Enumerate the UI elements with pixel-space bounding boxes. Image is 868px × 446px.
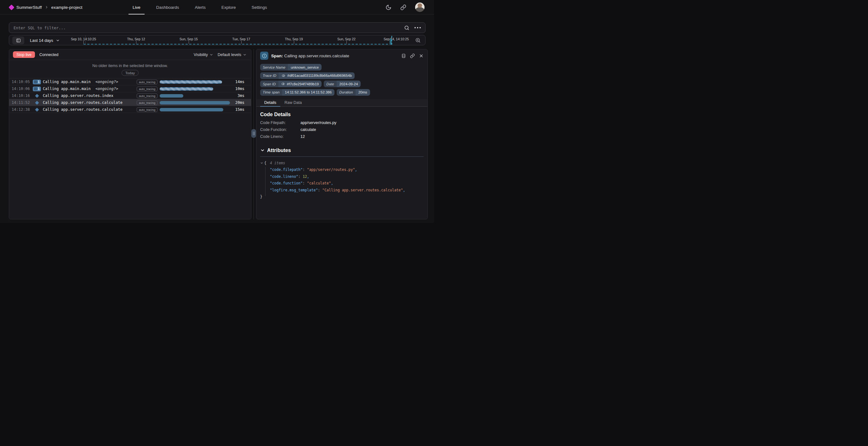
duration-bar xyxy=(160,87,213,91)
split-view-icon[interactable] xyxy=(401,54,406,58)
detail-tabs: Details Raw Data xyxy=(256,99,427,107)
service-name-badge: Service Name unknown_service xyxy=(260,64,321,70)
duration-bar xyxy=(160,94,183,98)
stop-live-button[interactable]: Stop live xyxy=(13,51,35,58)
span-row[interactable]: 14:12:38 Calling app.server.routes.calcu… xyxy=(9,106,251,113)
timeline-now-cursor xyxy=(392,36,392,45)
chevron-down-icon xyxy=(243,53,247,57)
timeline-date: Sep 10, 14:10:25 xyxy=(71,37,96,41)
tab-raw-data[interactable]: Raw Data xyxy=(280,99,306,106)
span-message: Calling app.server.routes.calculate xyxy=(43,100,123,105)
tag-auto-tracing[interactable]: auto_tracing xyxy=(137,100,157,105)
default-levels-dropdown[interactable]: Default levels xyxy=(218,53,247,57)
span-message: Calling app.server.routes.calculate xyxy=(43,107,123,112)
span-row-selected[interactable]: 14:11:52 Calling app.server.routes.calcu… xyxy=(9,99,251,106)
json-close-line: } xyxy=(260,194,424,200)
tag-auto-tracing[interactable]: auto_tracing xyxy=(137,87,157,91)
tab-dashboards[interactable]: Dashboards xyxy=(148,0,187,14)
sql-filter-input[interactable] xyxy=(9,23,404,33)
tab-details[interactable]: Details xyxy=(260,99,280,106)
attributes-json-viewer: { 4 items "code.filepath": "app/server/r… xyxy=(260,160,424,200)
live-feed-panel: Stop live Connected Visibility Default l… xyxy=(9,49,251,219)
zoom-in-icon[interactable] xyxy=(415,37,421,43)
child-count-badge[interactable]: 1 xyxy=(33,79,41,84)
tag-auto-tracing[interactable]: auto_tracing xyxy=(137,94,157,98)
connection-status: Connected xyxy=(39,53,58,57)
tab-alerts[interactable]: Alerts xyxy=(187,0,214,14)
span-detail-panel: Span: Calling app.server.routes.calculat… xyxy=(256,49,428,219)
span-row[interactable]: 14:10:16 Calling app.server.routes.index… xyxy=(9,92,251,99)
timeline-tick xyxy=(136,41,136,44)
breadcrumb: SummerStuff example-project xyxy=(9,0,83,14)
span-timestamp: 14:12:38 xyxy=(12,107,30,112)
span-message: Calling app.main.main xyxy=(43,79,91,84)
code-lineno-row: Code Lineno: 12 xyxy=(260,134,424,138)
json-entry: "logfire.msg_template": "Calling app.ser… xyxy=(260,187,424,194)
span-row[interactable]: 14:10:06 1 Calling app.main.main <ongoin… xyxy=(9,85,251,92)
timeline-histogram[interactable] xyxy=(84,44,392,45)
close-icon[interactable] xyxy=(419,54,424,58)
ellipsis-icon[interactable] xyxy=(414,27,421,28)
span-timestamp: 14:10:16 xyxy=(12,94,30,98)
span-id-badge[interactable]: Span ID #f7c8e294f7489b19 xyxy=(260,81,321,87)
chevron-right-icon xyxy=(45,5,49,9)
code-function-row: Code Function: calculate xyxy=(260,127,424,131)
tab-explore[interactable]: Explore xyxy=(214,0,244,14)
nav-actions xyxy=(385,0,425,14)
timeline-date: Sep 24, 14:10:25 xyxy=(383,37,409,41)
trace-id-badge[interactable]: Trace ID #df01acad0311189c8b66a466d96965… xyxy=(260,72,354,79)
filter-actions xyxy=(404,25,425,31)
drag-handle[interactable] xyxy=(251,129,256,138)
chevron-down-icon xyxy=(260,161,263,165)
json-root-line[interactable]: { 4 items xyxy=(260,160,424,167)
main-content: Stop live Connected Visibility Default l… xyxy=(9,49,428,219)
link-icon[interactable] xyxy=(400,4,406,10)
moon-icon[interactable] xyxy=(385,4,392,10)
span-list: 14:10:05 1 Calling app.main.main <ongoin… xyxy=(9,78,251,113)
chevron-down-icon xyxy=(260,148,265,153)
diamond-icon xyxy=(35,101,39,105)
json-indent-guide xyxy=(265,167,266,196)
span-duration: 10ms xyxy=(235,87,244,91)
child-count-badge[interactable]: 1 xyxy=(33,87,41,91)
timeline-bar: Last 14 days Sep 10, 14:10:25 Thu, Sep 1… xyxy=(9,35,426,45)
time-span-badge: Time span 14:11:52.366 to 14:11:52.386 xyxy=(260,89,335,96)
today-button[interactable]: Today xyxy=(122,70,139,76)
top-nav: SummerStuff example-project Live Dashboa… xyxy=(0,0,434,14)
diamond-icon xyxy=(35,108,39,112)
span-duration: 20ms xyxy=(235,100,244,105)
search-icon[interactable] xyxy=(404,25,409,31)
breadcrumb-org[interactable]: SummerStuff xyxy=(17,5,42,10)
date-badge: Date 2024-09-24 xyxy=(324,81,361,87)
ongoing-label: <ongoing?> xyxy=(95,79,118,84)
plus-square-icon xyxy=(34,87,37,90)
link-icon[interactable] xyxy=(410,54,415,58)
duration-bar xyxy=(160,101,230,104)
attributes-toggle[interactable]: Attributes xyxy=(260,148,424,153)
tag-auto-tracing[interactable]: auto_tracing xyxy=(137,79,157,84)
span-meta-badges: Service Name unknown_service Trace ID #d… xyxy=(256,62,427,96)
breadcrumb-project[interactable]: example-project xyxy=(51,5,83,10)
visibility-dropdown[interactable]: Visibility xyxy=(194,53,213,57)
span-duration: 14ms xyxy=(235,79,244,84)
tag-auto-tracing[interactable]: auto_tracing xyxy=(137,107,157,112)
tab-live[interactable]: Live xyxy=(125,0,148,14)
sql-filter-bar xyxy=(9,22,426,33)
app-window: SummerStuff example-project Live Dashboa… xyxy=(0,0,434,223)
span-row[interactable]: 14:10:05 1 Calling app.main.main <ongoin… xyxy=(9,78,251,85)
chevron-down-icon xyxy=(210,53,213,57)
span-timestamp: 14:10:06 xyxy=(12,87,30,91)
panel-resize-divider xyxy=(251,49,256,219)
span-duration: 15ms xyxy=(235,107,244,112)
avatar[interactable] xyxy=(415,2,425,12)
tab-settings[interactable]: Settings xyxy=(244,0,275,14)
panel-toggle-icon[interactable] xyxy=(12,36,24,44)
span-message: Calling app.server.routes.index xyxy=(43,94,113,98)
ongoing-label: <ongoing?> xyxy=(95,87,118,91)
code-details-heading: Code Details xyxy=(260,112,424,118)
time-range-dropdown[interactable]: Last 14 days xyxy=(30,35,60,45)
timeline-date: Tue, Sep 17 xyxy=(232,37,250,41)
span-timestamp: 14:11:52 xyxy=(12,100,30,105)
logo-icon xyxy=(8,4,14,10)
span-message: Calling app.main.main xyxy=(43,87,91,91)
